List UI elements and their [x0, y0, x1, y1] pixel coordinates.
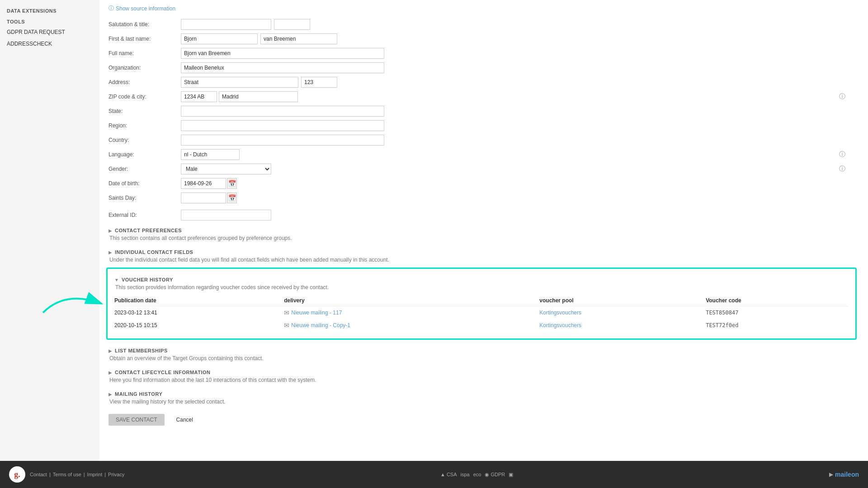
footer-right: ▶ maileon	[829, 471, 859, 478]
contact-lifecycle-desc: Here you find information about the last…	[108, 377, 854, 383]
state-input[interactable]	[181, 106, 384, 117]
last-name-input[interactable]	[260, 33, 337, 44]
footer-left: g. Contact | Terms of use | Imprint | Pr…	[9, 466, 124, 483]
contact-link[interactable]: Contact	[30, 472, 47, 477]
voucher-row: 2023-03-12 13:41✉Nieuwe mailing - 117Kor…	[114, 306, 849, 319]
page-wrapper: DATA EXTENSIONS TOOLS GDPR DATA REQUEST …	[0, 0, 868, 488]
list-memberships-title: LIST MEMBERSHIPS	[115, 348, 168, 353]
col-publication-date: Publication date	[114, 295, 284, 306]
delivery-link-1[interactable]: Nieuwe mailing - Copy-1	[291, 322, 350, 328]
footer-center: ▲ CSA ispa eco ◉ GDPR ▣	[440, 472, 513, 478]
voucher-delivery-1: ✉Nieuwe mailing - Copy-1	[284, 319, 539, 332]
language-input[interactable]	[181, 149, 240, 160]
salutation-label: Salutation & title:	[108, 21, 181, 28]
contact-preferences-arrow: ▶	[108, 228, 112, 233]
first-last-name-label: First & last name:	[108, 36, 181, 42]
list-memberships-arrow: ▶	[108, 348, 112, 353]
region-row: Region:	[108, 120, 854, 131]
gender-select[interactable]: Male Female Other Unknown	[181, 164, 271, 174]
country-label: Country:	[108, 137, 181, 143]
number-input[interactable]	[301, 77, 337, 88]
region-input[interactable]	[181, 120, 384, 131]
saints-day-calendar-icon[interactable]: 📅	[227, 192, 237, 203]
col-voucher-pool: voucher pool	[539, 295, 706, 306]
individual-fields-section: ▶ INDIVIDUAL CONTACT FIELDS Under the in…	[108, 246, 854, 263]
col-voucher-code: Voucher code	[706, 295, 849, 306]
zip-help-icon[interactable]: ⓘ	[839, 93, 845, 101]
voucher-date-0: 2023-03-12 13:41	[114, 306, 284, 319]
footer-logo: g.	[9, 466, 25, 483]
gender-help-icon[interactable]: ⓘ	[839, 165, 845, 173]
voucher-delivery-0: ✉Nieuwe mailing - 117	[284, 306, 539, 319]
country-input[interactable]	[181, 135, 384, 145]
title-input[interactable]	[274, 19, 310, 30]
salutation-input[interactable]	[181, 19, 271, 30]
maileon-icon: ▶	[829, 471, 833, 478]
list-memberships-desc: Obtain an overview of the Target Groups …	[108, 355, 854, 361]
zip-city-row: ZIP code & city: ⓘ	[108, 91, 854, 102]
sidebar-item-gdpr[interactable]: GDPR DATA REQUEST	[0, 26, 99, 38]
dob-label: Date of birth:	[108, 180, 181, 187]
show-source-link[interactable]: ⓘ Show source information	[108, 5, 854, 12]
footer-links: Contact | Terms of use | Imprint | Priva…	[30, 472, 124, 477]
delivery-link-0[interactable]: Nieuwe mailing - 117	[291, 310, 342, 316]
saints-day-input[interactable]	[181, 192, 226, 203]
contact-preferences-header[interactable]: ▶ CONTACT PREFERENCES	[108, 224, 854, 235]
sm-cert: ▣	[509, 472, 513, 478]
organization-label: Organization:	[108, 65, 181, 71]
contact-lifecycle-header[interactable]: ▶ CONTACT LIFECYCLE INFORMATION	[108, 366, 854, 377]
maileon-logo: maileon	[835, 471, 859, 478]
terms-link[interactable]: Terms of use	[53, 472, 81, 477]
cancel-button[interactable]: Cancel	[169, 414, 200, 426]
eco-cert: eco	[473, 472, 481, 477]
voucher-code-text-0: TEST850847	[706, 310, 738, 316]
full-name-input[interactable]	[181, 48, 384, 59]
city-input[interactable]	[219, 91, 298, 102]
mailing-history-section: ▶ MAILING HISTORY View the mailing histo…	[108, 388, 854, 405]
first-last-name-row: First & last name:	[108, 33, 854, 44]
full-name-row: Full name:	[108, 48, 854, 59]
language-row: Language: ⓘ	[108, 149, 854, 160]
main-content: DATA EXTENSIONS TOOLS GDPR DATA REQUEST …	[0, 0, 868, 461]
full-name-label: Full name:	[108, 50, 181, 56]
save-contact-button[interactable]: SAVE CONTACT	[108, 414, 165, 426]
individual-fields-header[interactable]: ▶ INDIVIDUAL CONTACT FIELDS	[108, 246, 854, 257]
contact-lifecycle-section: ▶ CONTACT LIFECYCLE INFORMATION Here you…	[108, 366, 854, 383]
voucher-history-header[interactable]: ▼ VOUCHER HISTORY	[114, 273, 849, 284]
language-help-icon[interactable]: ⓘ	[839, 150, 845, 159]
privacy-link[interactable]: Privacy	[108, 472, 124, 477]
dob-calendar-icon[interactable]: 📅	[227, 178, 237, 189]
organization-input[interactable]	[181, 62, 384, 73]
voucher-code-text-1: TEST72f0ed	[706, 322, 738, 328]
zip-input[interactable]	[181, 91, 217, 102]
external-id-input[interactable]	[181, 210, 271, 221]
list-memberships-header[interactable]: ▶ LIST MEMBERSHIPS	[108, 344, 854, 355]
voucher-pool-1: Kortingsvouchers	[539, 319, 706, 332]
dob-input-wrap: 📅	[181, 178, 237, 189]
address-row: Address:	[108, 77, 854, 88]
salutation-title-row: Salutation & title:	[108, 19, 854, 30]
arrow-annotation	[38, 286, 111, 322]
dob-input[interactable]	[181, 178, 226, 189]
address-label: Address:	[108, 79, 181, 85]
sidebar-item-addresscheck[interactable]: ADDRESSCHECK	[0, 38, 99, 50]
col-delivery: delivery	[284, 295, 539, 306]
pool-link-0[interactable]: Kortingsvouchers	[539, 310, 581, 316]
name-inputs	[181, 33, 337, 44]
contact-lifecycle-arrow: ▶	[108, 370, 112, 375]
saints-day-label: Saints Day:	[108, 195, 181, 201]
street-input[interactable]	[181, 77, 298, 88]
voucher-row: 2020-10-15 10:15✉Nieuwe mailing - Copy-1…	[114, 319, 849, 332]
contact-preferences-title: CONTACT PREFERENCES	[115, 228, 182, 233]
voucher-history-arrow: ▼	[114, 277, 119, 282]
external-id-row: External ID:	[108, 210, 854, 221]
dob-row: Date of birth: 📅	[108, 178, 854, 189]
first-name-input[interactable]	[181, 33, 258, 44]
mailing-history-header[interactable]: ▶ MAILING HISTORY	[108, 388, 854, 399]
delivery-icon-1: ✉	[284, 322, 289, 329]
imprint-link[interactable]: Imprint	[87, 472, 103, 477]
sidebar: DATA EXTENSIONS TOOLS GDPR DATA REQUEST …	[0, 0, 99, 461]
individual-fields-arrow: ▶	[108, 250, 112, 255]
pool-link-1[interactable]: Kortingsvouchers	[539, 322, 581, 328]
voucher-code-1: TEST72f0ed	[706, 319, 849, 332]
